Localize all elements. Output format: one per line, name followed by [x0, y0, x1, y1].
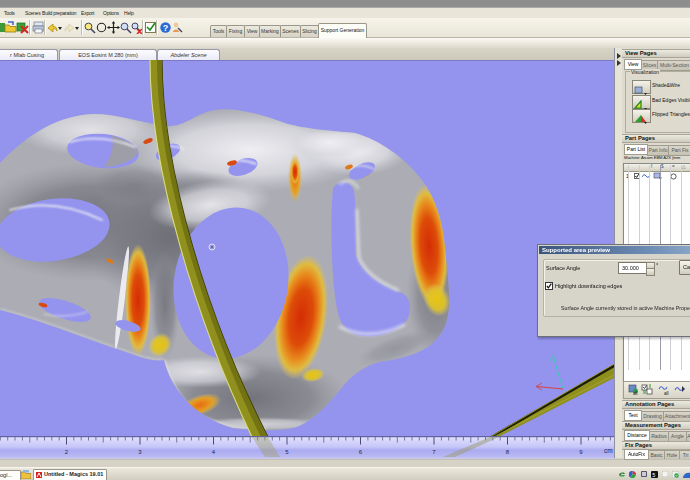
- svg-text:cm: cm: [604, 447, 613, 454]
- svg-text:?: ?: [163, 23, 169, 33]
- svg-text:5: 5: [652, 471, 655, 477]
- svg-text:all: all: [664, 391, 669, 396]
- svg-text:all: all: [633, 391, 638, 396]
